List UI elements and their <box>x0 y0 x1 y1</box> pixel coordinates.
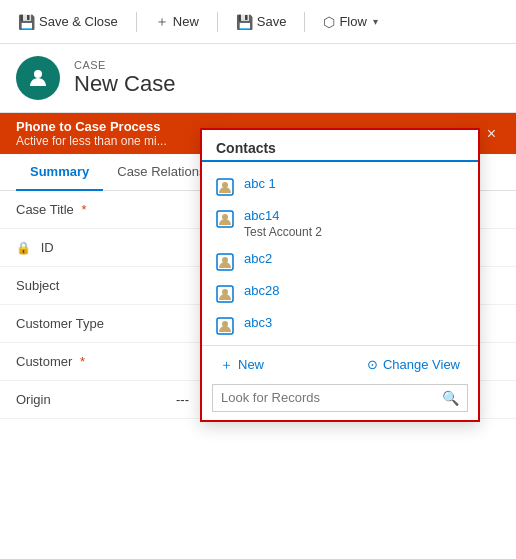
customer-type-label: Customer Type <box>16 316 176 331</box>
entity-type: CASE <box>74 59 175 71</box>
required-indicator: * <box>81 202 86 217</box>
new-label: New <box>173 14 199 29</box>
contact-item-3[interactable]: abc28 <box>202 277 478 309</box>
new-button[interactable]: ＋ New <box>145 7 209 37</box>
save-close-label: Save & Close <box>39 14 118 29</box>
contacts-dropdown: Contacts abc 1 abc14 Test Account 2 <box>200 128 480 422</box>
svg-point-0 <box>34 70 42 78</box>
change-view-icon: ⊙ <box>367 357 378 372</box>
separator-3 <box>304 12 305 32</box>
chevron-down-icon: ▾ <box>373 16 378 27</box>
avatar <box>16 56 60 100</box>
flow-button[interactable]: ⬡ Flow ▾ <box>313 8 387 36</box>
save-icon: 💾 <box>236 14 253 30</box>
dropdown-list: abc 1 abc14 Test Account 2 abc2 <box>202 166 478 345</box>
toolbar: 💾 Save & Close ＋ New 💾 Save ⬡ Flow ▾ <box>0 0 516 44</box>
contact-name: abc 1 <box>244 176 276 193</box>
contact-icon <box>216 178 234 196</box>
save-close-button[interactable]: 💾 Save & Close <box>8 8 128 36</box>
tab-summary[interactable]: Summary <box>16 154 103 191</box>
plus-icon: ＋ <box>220 356 233 374</box>
header-text: CASE New Case <box>74 59 175 97</box>
new-record-button[interactable]: ＋ New <box>216 354 268 376</box>
contact-icon <box>216 210 234 228</box>
flow-icon: ⬡ <box>323 14 335 30</box>
subject-label: Subject <box>16 278 176 293</box>
contact-item-4[interactable]: abc3 <box>202 309 478 341</box>
separator-2 <box>217 12 218 32</box>
process-close-button[interactable]: × <box>483 125 500 143</box>
dropdown-footer: ＋ New ⊙ Change View <box>202 345 478 384</box>
origin-label: Origin <box>16 392 176 407</box>
id-label: 🔒 ID <box>16 240 176 255</box>
contact-info: abc14 Test Account 2 <box>244 208 322 239</box>
separator-1 <box>136 12 137 32</box>
search-box[interactable]: 🔍 <box>212 384 468 412</box>
contact-name: abc28 <box>244 283 279 300</box>
contact-icon <box>216 285 234 303</box>
customer-label: Customer * <box>16 354 176 369</box>
contact-icon <box>216 253 234 271</box>
contact-item-2[interactable]: abc2 <box>202 245 478 277</box>
contact-name: abc2 <box>244 251 272 268</box>
flow-label: Flow <box>339 14 366 29</box>
save-label: Save <box>257 14 287 29</box>
contact-name: abc3 <box>244 315 272 332</box>
change-view-label: Change View <box>383 357 460 372</box>
contact-item-0[interactable]: abc 1 <box>202 170 478 202</box>
change-view-button[interactable]: ⊙ Change View <box>363 355 464 374</box>
contact-icon <box>216 317 234 335</box>
search-icon: 🔍 <box>442 390 459 406</box>
save-button[interactable]: 💾 Save <box>226 8 297 36</box>
save-close-icon: 💾 <box>18 14 35 30</box>
page-header: CASE New Case <box>0 44 516 113</box>
lock-icon: 🔒 <box>16 241 31 255</box>
dropdown-header: Contacts <box>202 130 478 162</box>
entity-name: New Case <box>74 71 175 97</box>
new-icon: ＋ <box>155 13 169 31</box>
search-input[interactable] <box>221 390 436 405</box>
new-label: New <box>238 357 264 372</box>
contact-item-1[interactable]: abc14 Test Account 2 <box>202 202 478 245</box>
case-title-label: Case Title * <box>16 202 176 217</box>
required-indicator-2: * <box>80 354 85 369</box>
